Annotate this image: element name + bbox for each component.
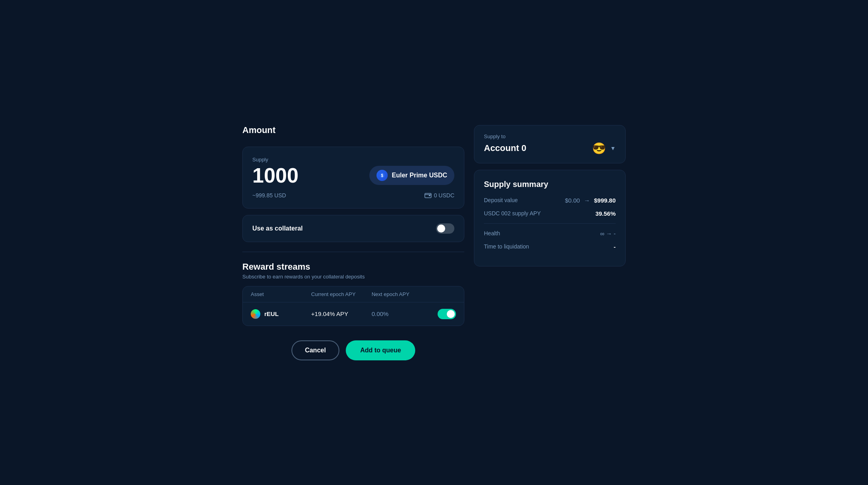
reward-table: Asset Current epoch APY Next epoch APY r… <box>242 286 464 326</box>
reward-toggle-knob <box>447 310 455 318</box>
add-to-queue-button[interactable]: Add to queue <box>346 340 415 360</box>
collateral-card: Use as collateral <box>242 215 464 242</box>
apy-key: USDC 002 supply APY <box>484 210 541 217</box>
deposit-key: Deposit value <box>484 197 518 203</box>
deposit-new: $999.80 <box>594 197 616 204</box>
liquidation-value: - <box>614 243 616 250</box>
summary-divider <box>484 223 616 224</box>
svg-text:$: $ <box>381 173 384 178</box>
liquidation-key: Time to liquidation <box>484 243 529 250</box>
table-header: Asset Current epoch APY Next epoch APY <box>243 286 464 302</box>
reward-toggle[interactable] <box>438 309 456 319</box>
col-toggle-header <box>432 291 456 297</box>
asset-icon: $ <box>377 170 388 181</box>
collateral-label: Use as collateral <box>252 225 303 232</box>
asset-name-reul: rEUL <box>264 310 279 317</box>
reward-streams-section: Reward streams Subscribe to earn rewards… <box>242 262 464 326</box>
current-apy-cell: +19.04% APY <box>311 310 371 317</box>
avatar: 😎 <box>592 142 606 155</box>
collateral-toggle[interactable] <box>436 223 454 234</box>
reul-icon <box>251 309 260 319</box>
wallet-balance-value: 0 USDC <box>434 192 454 199</box>
deposit-old: $0.00 <box>565 197 580 204</box>
asset-badge[interactable]: $ Euler Prime USDC <box>369 166 454 185</box>
table-row: rEUL +19.04% APY 0.00% <box>243 302 464 326</box>
supply-amount[interactable]: 1000 <box>252 165 299 186</box>
cancel-button[interactable]: Cancel <box>291 340 339 360</box>
col-asset: Asset <box>251 291 311 297</box>
supply-to-label: Supply to <box>484 133 616 139</box>
deposit-row: Deposit value $0.00 → $999.80 <box>484 197 616 204</box>
reward-toggle-cell <box>432 309 456 319</box>
health-value: ∞ → - <box>600 230 616 237</box>
deposit-value: $0.00 → $999.80 <box>565 197 616 204</box>
left-panel: Amount Supply 1000 $ Euler Prime USDC ~9… <box>242 125 464 360</box>
health-row: Health ∞ → - <box>484 230 616 237</box>
reward-subtitle: Subscribe to earn rewards on your collat… <box>242 274 464 280</box>
svg-rect-3 <box>429 195 430 196</box>
account-row: Account 0 😎 ▼ <box>484 142 616 155</box>
account-card: Supply to Account 0 😎 ▼ <box>474 125 626 163</box>
usd-value: ~999.85 USD <box>252 192 286 199</box>
account-name: Account 0 <box>484 143 526 153</box>
asset-cell: rEUL <box>251 309 311 319</box>
apy-value: 39.56% <box>595 210 616 217</box>
amount-title: Amount <box>242 125 464 135</box>
col-next-apy: Next epoch APY <box>372 291 432 297</box>
divider <box>242 252 464 252</box>
deposit-arrow: → <box>584 197 590 204</box>
reward-title: Reward streams <box>242 262 464 272</box>
apy-row: USDC 002 supply APY 39.56% <box>484 210 616 217</box>
next-apy-cell: 0.00% <box>372 310 432 317</box>
liquidation-row: Time to liquidation - <box>484 243 616 250</box>
summary-title: Supply summary <box>484 180 616 189</box>
right-panel: Supply to Account 0 😎 ▼ Supply summary D… <box>474 125 626 360</box>
wallet-icon <box>424 193 432 198</box>
button-row: Cancel Add to queue <box>242 340 464 360</box>
supply-card: Supply 1000 $ Euler Prime USDC ~999.85 U… <box>242 147 464 209</box>
summary-card: Supply summary Deposit value $0.00 → $99… <box>474 170 626 266</box>
wallet-balance: 0 USDC <box>424 192 454 199</box>
asset-name: Euler Prime USDC <box>392 172 447 179</box>
chevron-down-icon[interactable]: ▼ <box>610 145 616 151</box>
health-key: Health <box>484 230 500 237</box>
supply-label: Supply <box>252 157 454 163</box>
col-current-apy: Current epoch APY <box>311 291 371 297</box>
account-right[interactable]: 😎 ▼ <box>592 142 616 155</box>
toggle-knob <box>437 225 445 233</box>
